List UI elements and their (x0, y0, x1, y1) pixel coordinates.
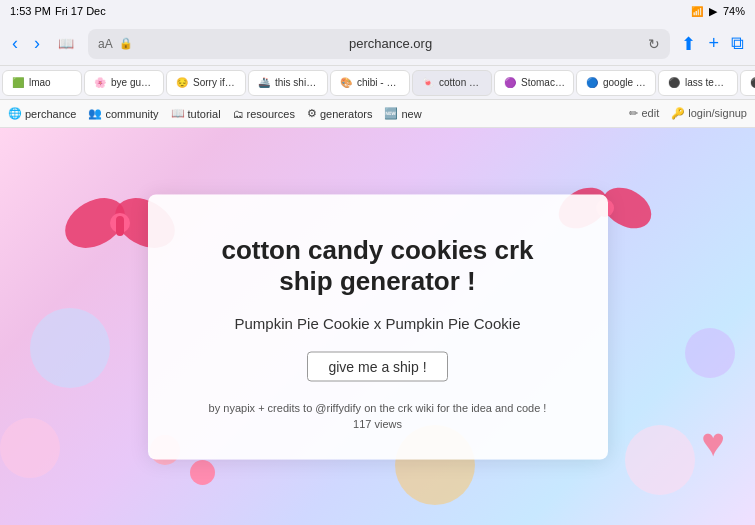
tab-google[interactable]: 🔵 google trans... (576, 70, 656, 96)
bookmark-label-tutorial: tutorial (188, 108, 221, 120)
battery-display: 74% (723, 5, 745, 17)
browser-chrome: ‹ › 📖 aA 🔒 perchance.org ↻ ⬆ + ⧉ (0, 22, 755, 66)
tab-favicon-lmao: 🟩 (11, 76, 25, 90)
chrome-actions: ⬆ + ⧉ (678, 33, 747, 55)
address-bar[interactable]: aA 🔒 perchance.org ↻ (88, 29, 670, 59)
tab-favicon-chibi: 🎨 (339, 76, 353, 90)
bg-bubble-3 (685, 328, 735, 378)
svg-rect-3 (116, 216, 124, 236)
tab-label-bye: bye guys im... (111, 77, 155, 88)
aa-label: aA (98, 37, 113, 51)
tab-stomach[interactable]: 🟣 Stomach Ac... (494, 70, 574, 96)
date-display: Fri 17 Dec (55, 5, 106, 17)
views-count: 117 views (198, 417, 558, 429)
bg-bubble-1 (30, 308, 110, 388)
bg-heart: ♥ (701, 420, 725, 465)
bg-bubble-4 (625, 425, 695, 495)
content-card: cotton candy cookies crk ship generator … (148, 194, 608, 459)
edit-button[interactable]: ✏ edit (629, 107, 659, 120)
tab-sorry[interactable]: 😔 Sorry if it's o... (166, 70, 246, 96)
tab-label-lass: lass tens... (685, 77, 729, 88)
credits-text: by nyapix + credits to @riffydify on the… (198, 401, 558, 413)
signal-icon: ▶ (709, 5, 717, 18)
bookmark-new[interactable]: 🆕 new (384, 107, 421, 120)
reader-button[interactable]: 📖 (52, 36, 80, 51)
tab-favicon-google: 🔵 (585, 76, 599, 90)
tab-favicon-sorry: 😔 (175, 76, 189, 90)
tab-les[interactable]: ⚫ les (740, 70, 755, 96)
bg-bubble-2 (0, 418, 60, 478)
new-icon: 🆕 (384, 107, 398, 120)
bg-candy-2 (190, 460, 215, 485)
bookmark-generators[interactable]: ⚙ generators (307, 107, 373, 120)
bookmark-perchance[interactable]: 🌐 perchance (8, 107, 76, 120)
tab-chibi[interactable]: 🎨 chibi - Googl... (330, 70, 410, 96)
tab-label-lmao: lmao (29, 77, 51, 88)
tab-lass[interactable]: ⚫ lass tens... (658, 70, 738, 96)
lock-icon: 🔒 (119, 37, 133, 50)
status-right: 📶 ▶ 74% (691, 5, 745, 18)
tab-label-stomach: Stomach Ac... (521, 77, 565, 88)
tab-favicon-les: ⚫ (749, 76, 755, 90)
back-button[interactable]: ‹ (8, 33, 22, 54)
wifi-icon: 📶 (691, 6, 703, 17)
bookmark-label-perchance: perchance (25, 108, 76, 120)
tab-label-ship: this ship gen... (275, 77, 319, 88)
tab-label-cotton: cotton cand... (439, 77, 483, 88)
tab-favicon-cotton: 🍬 (421, 76, 435, 90)
tab-bye[interactable]: 🌸 bye guys im... (84, 70, 164, 96)
bookmark-tutorial[interactable]: 📖 tutorial (171, 107, 221, 120)
tab-cotton[interactable]: 🍬 cotton cand... (412, 70, 492, 96)
url-display: perchance.org (139, 36, 643, 51)
community-icon: 👥 (88, 107, 102, 120)
bookmark-community[interactable]: 👥 community (88, 107, 158, 120)
tab-label-sorry: Sorry if it's o... (193, 77, 237, 88)
bookmark-label-resources: resources (247, 108, 295, 120)
tab-favicon-bye: 🌸 (93, 76, 107, 90)
tab-favicon-ship: 🚢 (257, 76, 271, 90)
bookmark-label-community: community (105, 108, 158, 120)
share-button[interactable]: ⬆ (678, 33, 699, 55)
bookmark-label-generators: generators (320, 108, 373, 120)
bookmarks-bar: 🌐 perchance 👥 community 📖 tutorial 🗂 res… (0, 100, 755, 128)
tabs-overview-button[interactable]: ⧉ (728, 33, 747, 54)
ship-result: Pumpkin Pie Cookie x Pumpkin Pie Cookie (198, 314, 558, 331)
tab-favicon-lass: ⚫ (667, 76, 681, 90)
tutorial-icon: 📖 (171, 107, 185, 120)
status-left: 1:53 PM Fri 17 Dec (10, 5, 106, 17)
resources-icon: 🗂 (233, 108, 244, 120)
reload-button[interactable]: ↻ (648, 36, 660, 52)
time-display: 1:53 PM (10, 5, 51, 17)
add-tab-button[interactable]: + (705, 33, 722, 54)
perchance-icon: 🌐 (8, 107, 22, 120)
tab-label-chibi: chibi - Googl... (357, 77, 401, 88)
tab-label-google: google trans... (603, 77, 647, 88)
generate-ship-button[interactable]: give me a ship ! (307, 351, 447, 381)
status-bar: 1:53 PM Fri 17 Dec 📶 ▶ 74% (0, 0, 755, 22)
tab-ship[interactable]: 🚢 this ship gen... (248, 70, 328, 96)
tab-lmao[interactable]: 🟩 lmao (2, 70, 82, 96)
bookmark-label-new: new (401, 108, 421, 120)
page-content: ♥ cotton candy cookies crk ship generato… (0, 128, 755, 525)
login-signup-button[interactable]: 🔑 login/signup (671, 107, 747, 120)
edit-actions: ✏ edit 🔑 login/signup (629, 107, 747, 120)
tabs-bar: 🟩 lmao 🌸 bye guys im... 😔 Sorry if it's … (0, 66, 755, 100)
tab-favicon-stomach: 🟣 (503, 76, 517, 90)
bookmark-resources[interactable]: 🗂 resources (233, 108, 295, 120)
page-title: cotton candy cookies crk ship generator … (198, 234, 558, 296)
forward-button[interactable]: › (30, 33, 44, 54)
generators-icon: ⚙ (307, 107, 317, 120)
